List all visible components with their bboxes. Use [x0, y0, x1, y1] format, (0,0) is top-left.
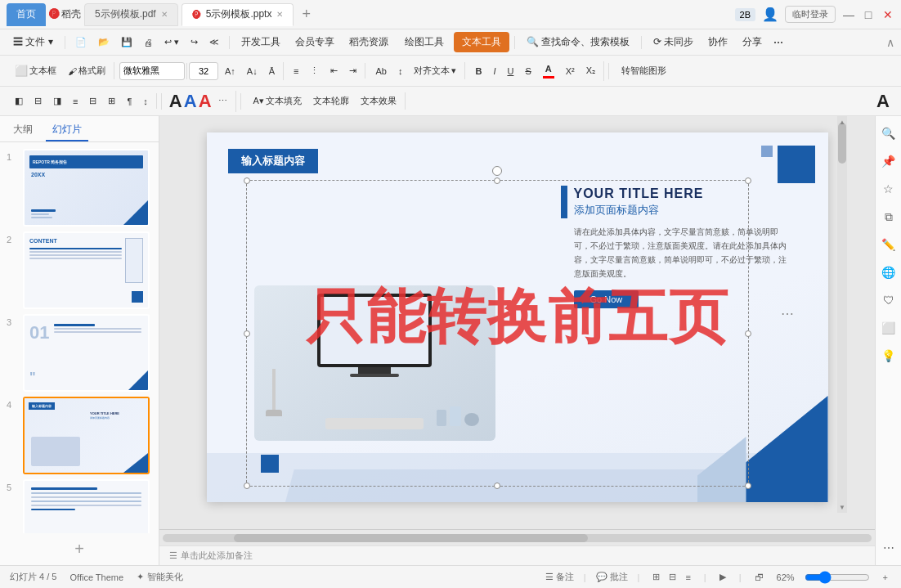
add-slide-button[interactable]: + [0, 533, 159, 565]
strikethrough-btn[interactable]: S [520, 64, 536, 79]
menu-dev[interactable]: 开发工具 [235, 32, 287, 52]
notebar[interactable]: ☰ 单击此处添加备注 [159, 545, 875, 565]
slide-thumb-3[interactable]: 01 " [23, 314, 150, 392]
vscrollbar[interactable]: ▲ ▼ [837, 116, 847, 513]
view-reader-btn[interactable]: ≡ [682, 571, 693, 584]
right-pin-btn[interactable]: 📌 [878, 150, 899, 172]
num-list-btn[interactable]: ⋮ [305, 63, 324, 79]
slide-thumb-4[interactable]: 输入标题内容 YOUR TITLE HERE 添加页面标题内容 [23, 397, 150, 474]
menu-expand[interactable]: ∧ [886, 36, 894, 49]
canvas-scroll[interactable]: 输入标题内容 只能转换前五页 [159, 116, 875, 529]
undo-btn[interactable]: ↩ ▾ [159, 34, 184, 50]
outdent-btn[interactable]: ⇤ [325, 63, 343, 79]
right-search-btn[interactable]: 🔍 [878, 123, 899, 144]
maximize-button[interactable]: □ [862, 8, 875, 21]
zoom-slider[interactable] [805, 571, 870, 584]
menu-search[interactable]: 🔍 查找命令、搜索模板 [520, 32, 636, 52]
menu-member[interactable]: 会员专享 [289, 32, 341, 52]
login-button[interactable]: 临时登录 [785, 6, 836, 23]
tab-pptx[interactable]: 🅟 5示例模板.pptx ✕ [182, 3, 294, 26]
font-name-input[interactable] [119, 62, 185, 80]
view-normal-btn[interactable]: ⊞ [649, 570, 663, 584]
bold-btn[interactable]: B [470, 64, 486, 79]
font-size-input[interactable] [189, 62, 218, 80]
nav-btn[interactable]: ≪ [204, 34, 224, 50]
tab-pdf[interactable]: 5示例模板.pdf ✕ [84, 3, 178, 26]
right-light-btn[interactable]: 💡 [878, 345, 899, 366]
underline-btn[interactable]: U [502, 64, 518, 79]
para-spacing-btn[interactable]: Ab [370, 64, 391, 79]
open-btn[interactable]: 📂 [93, 34, 114, 50]
italic-btn[interactable]: I [488, 64, 500, 79]
right-edit-btn[interactable]: ✏️ [878, 234, 899, 255]
font-size-up-btn[interactable]: A↑ [220, 64, 240, 79]
hscrollbar[interactable] [163, 534, 872, 542]
align-right-btn[interactable]: ◨ [48, 93, 66, 109]
indent-btn[interactable]: ⇥ [344, 63, 361, 79]
smart-shape-btn[interactable]: 转智能图形 [616, 62, 671, 79]
align-center-btn[interactable]: ⊟ [29, 93, 47, 109]
text-outline-btn[interactable]: 文本轮廓 [308, 92, 354, 110]
tab-pptx-close[interactable]: ✕ [276, 10, 283, 19]
text-box-btn[interactable]: ⬜ 文本框 [10, 62, 61, 79]
menu-sync[interactable]: ⟳ 未同步 [647, 32, 700, 52]
slide-thumb-5[interactable] [23, 479, 150, 533]
minimize-button[interactable]: — [842, 8, 855, 21]
hscroll-thumb[interactable] [234, 534, 589, 542]
align-left-btn[interactable]: ◧ [10, 93, 28, 109]
menu-daoke[interactable]: 稻壳资源 [343, 32, 395, 52]
align-justify-btn[interactable]: ≡ [68, 94, 83, 109]
tab-home[interactable]: 首页 [7, 3, 46, 26]
slide-thumb-1[interactable]: REPOTR 简务报告 20XX [23, 149, 150, 227]
clear-format-btn[interactable]: Ā [264, 64, 280, 79]
right-shield-btn[interactable]: 🛡 [878, 290, 899, 311]
menu-collab[interactable]: 协作 [702, 32, 734, 52]
save-btn[interactable]: 💾 [116, 34, 137, 50]
redo-btn[interactable]: ↪ [186, 34, 203, 50]
vscroll-down[interactable]: ▼ [837, 501, 847, 513]
right-globe-btn[interactable]: 🌐 [878, 262, 899, 283]
spacing-btn2[interactable]: ↕ [138, 94, 153, 109]
superscript-btn[interactable]: X² [561, 64, 580, 79]
large-a-btn[interactable]: A [872, 88, 894, 114]
font-size-down-btn[interactable]: A↓ [242, 64, 262, 79]
menu-draw[interactable]: 绘图工具 [397, 32, 452, 52]
slideshow-btn[interactable]: ▶ [716, 570, 729, 584]
print-btn[interactable]: 🖨 [139, 35, 158, 50]
right-star-btn[interactable]: ☆ [878, 178, 899, 200]
para-btn[interactable]: ¶ [122, 94, 137, 109]
menu-share[interactable]: 分享 [736, 32, 769, 52]
view-grid-btn[interactable]: ⊟ [666, 570, 679, 584]
subscript-btn[interactable]: X₂ [581, 63, 600, 79]
tab-slides[interactable]: 幻灯片 [46, 119, 88, 141]
right-more-btn[interactable]: ⋯ [878, 537, 899, 559]
add-tab-button[interactable]: + [297, 6, 316, 23]
right-box-btn[interactable]: ⬜ [878, 317, 899, 339]
line-spacing-btn[interactable]: ↕ [393, 64, 408, 79]
new-btn[interactable]: 📄 [70, 34, 92, 50]
menu-more[interactable]: ⋯ [773, 37, 783, 48]
comments-btn[interactable]: 💬 批注 [596, 571, 628, 583]
vscroll-thumb[interactable] [838, 123, 846, 164]
tab-outline[interactable]: 大纲 [7, 119, 39, 141]
more-dots-btn[interactable]: ⋯ [781, 306, 794, 321]
font-more-btn[interactable]: ⋯ [213, 93, 232, 109]
col-btn[interactable]: ⊞ [103, 93, 120, 109]
slide-thumb-2[interactable]: CONTENT [23, 231, 150, 309]
right-layers-btn[interactable]: ⧉ [878, 206, 899, 227]
text-fill-btn[interactable]: A▾ 文本填充 [249, 92, 307, 110]
align-text-btn[interactable]: 对齐文本 ▾ [409, 62, 461, 79]
bullet-list-btn[interactable]: ≡ [289, 64, 303, 79]
font-color-btn[interactable]: A [538, 61, 559, 81]
close-button[interactable]: ✕ [881, 8, 894, 21]
align-dist-btn[interactable]: ⊟ [84, 93, 101, 109]
text-effect-btn[interactable]: 文本效果 [356, 92, 401, 110]
tab-pdf-close[interactable]: ✕ [161, 10, 168, 19]
zoom-in-btn[interactable]: + [880, 571, 891, 584]
format-brush-btn[interactable]: 🖌 格式刷 [63, 62, 110, 79]
notes-btn[interactable]: ☰ 备注 [545, 571, 574, 583]
vscroll-up[interactable]: ▲ [837, 116, 847, 128]
menu-file[interactable]: ☰ 文件 ▾ [7, 32, 60, 52]
zoom-out-btn[interactable]: 🗗 [751, 571, 767, 584]
menu-text[interactable]: 文本工具 [454, 32, 509, 52]
